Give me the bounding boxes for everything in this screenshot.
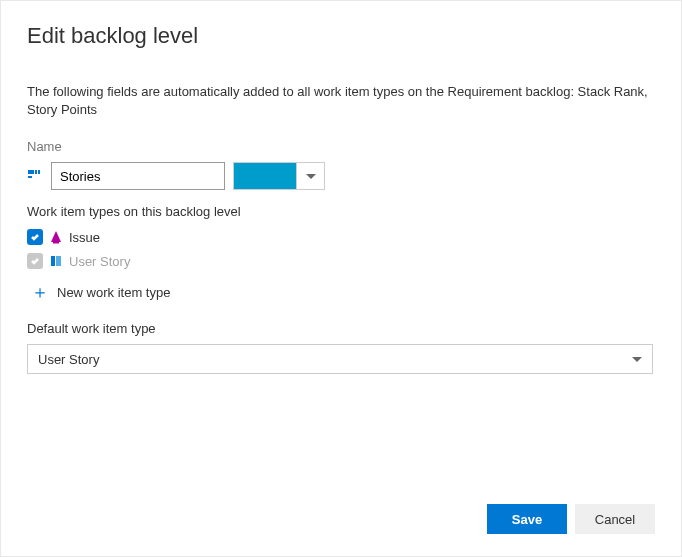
svg-rect-0 xyxy=(28,170,34,174)
color-swatch xyxy=(234,163,296,189)
save-button[interactable]: Save xyxy=(487,504,567,534)
default-type-select[interactable]: User Story xyxy=(27,344,653,374)
default-type-value: User Story xyxy=(38,352,99,367)
svg-rect-5 xyxy=(53,242,59,244)
new-work-item-type-label: New work item type xyxy=(57,285,170,300)
name-label: Name xyxy=(27,139,655,154)
svg-rect-1 xyxy=(35,170,37,174)
checkbox-issue[interactable] xyxy=(27,229,43,245)
chevron-down-icon xyxy=(306,174,316,179)
description-text: The following fields are automatically a… xyxy=(27,83,655,119)
new-work-item-type-button[interactable]: ＋ New work item type xyxy=(27,273,655,307)
work-item-type-label: Issue xyxy=(69,230,100,245)
work-item-type-label: User Story xyxy=(69,254,130,269)
name-section: Name xyxy=(27,139,655,190)
svg-rect-6 xyxy=(51,256,55,266)
svg-rect-3 xyxy=(28,176,32,178)
backlog-level-icon xyxy=(27,168,43,184)
color-picker-caret[interactable] xyxy=(296,163,324,189)
default-type-section: Default work item type User Story xyxy=(27,321,655,374)
work-item-type-row: User Story xyxy=(27,249,655,273)
work-item-types-section: Work item types on this backlog level Is… xyxy=(27,204,655,307)
default-type-label: Default work item type xyxy=(27,321,655,336)
color-picker[interactable] xyxy=(233,162,325,190)
page-title: Edit backlog level xyxy=(27,23,655,49)
svg-rect-7 xyxy=(56,256,61,266)
work-item-types-heading: Work item types on this backlog level xyxy=(27,204,655,219)
svg-marker-4 xyxy=(51,231,61,242)
user-story-icon xyxy=(49,254,63,268)
svg-rect-2 xyxy=(38,170,40,174)
dialog-footer: Save Cancel xyxy=(487,504,655,534)
cancel-button[interactable]: Cancel xyxy=(575,504,655,534)
issue-icon xyxy=(49,230,63,244)
name-input[interactable] xyxy=(51,162,225,190)
checkbox-user-story xyxy=(27,253,43,269)
chevron-down-icon xyxy=(632,357,642,362)
plus-icon: ＋ xyxy=(31,283,49,301)
work-item-type-row: Issue xyxy=(27,225,655,249)
